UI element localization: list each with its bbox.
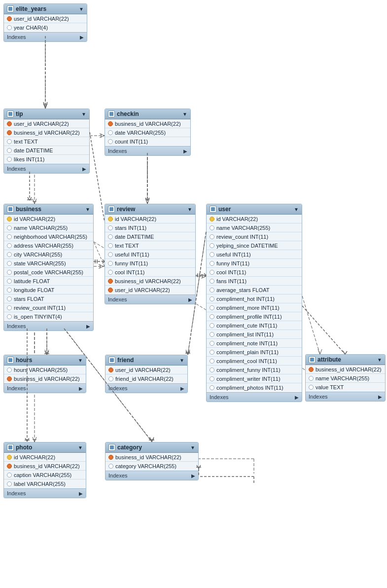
field-business-id[interactable]: id VARCHAR(22) bbox=[4, 215, 93, 223]
table-expand-friend[interactable]: ▼ bbox=[179, 358, 184, 363]
field-business-postal_code[interactable]: postal_code VARCHAR(255) bbox=[4, 268, 93, 277]
table-header-checkin[interactable]: checkin ▼ bbox=[105, 109, 190, 119]
field-user-compliment_more[interactable]: compliment_more INT(11) bbox=[207, 303, 302, 312]
field-user-compliment_cute[interactable]: compliment_cute INT(11) bbox=[207, 321, 302, 330]
field-user-compliment_note[interactable]: compliment_note INT(11) bbox=[207, 339, 302, 348]
indexes-elite-years[interactable]: Indexes ▶ bbox=[4, 32, 87, 41]
table-header-friend[interactable]: friend ▼ bbox=[106, 355, 187, 366]
field-user-compliment_cool[interactable]: compliment_cool INT(11) bbox=[207, 357, 302, 366]
field-elite-years-year[interactable]: year CHAR(4) bbox=[4, 23, 87, 32]
field-user-useful[interactable]: useful INT(11) bbox=[207, 250, 302, 259]
field-hours-business_id[interactable]: business_id VARCHAR(22) bbox=[4, 374, 86, 383]
indexes-chevron: ▶ bbox=[183, 148, 187, 154]
table-header-review[interactable]: review ▼ bbox=[105, 204, 195, 215]
field-review-funny[interactable]: funny INT(11) bbox=[105, 259, 195, 268]
field-business-state[interactable]: state VARCHAR(255) bbox=[4, 259, 93, 268]
field-user-yelping_since[interactable]: yelping_since DATETIME bbox=[207, 241, 302, 250]
field-review-useful[interactable]: useful INT(11) bbox=[105, 250, 195, 259]
field-user-compliment_plain[interactable]: compliment_plain INT(11) bbox=[207, 348, 302, 357]
indexes-checkin[interactable]: Indexes ▶ bbox=[105, 146, 190, 155]
field-user-compliment_photos[interactable]: compliment_photos INT(11) bbox=[207, 383, 302, 392]
indexes-review[interactable]: Indexes ▶ bbox=[105, 294, 195, 304]
indexes-photo[interactable]: Indexes ▶ bbox=[4, 488, 86, 498]
svg-line-51 bbox=[30, 197, 32, 200]
table-header-elite-years[interactable]: elite_years ▼ bbox=[4, 4, 87, 14]
field-photo-caption[interactable]: caption VARCHAR(255) bbox=[4, 471, 86, 479]
table-header-tip[interactable]: tip ▼ bbox=[4, 109, 89, 119]
field-business-city[interactable]: city VARCHAR(255) bbox=[4, 250, 93, 259]
field-user-compliment_profile[interactable]: compliment_profile INT(11) bbox=[207, 312, 302, 321]
field-business-neighborhood[interactable]: neighborhood VARCHAR(255) bbox=[4, 232, 93, 241]
field-attribute-business_id[interactable]: business_id VARCHAR(22) bbox=[306, 365, 385, 374]
table-header-attribute[interactable]: attribute ▼ bbox=[306, 355, 385, 365]
field-text: user_id VARCHAR(22) bbox=[115, 287, 170, 293]
field-category-business_id[interactable]: business_id VARCHAR(22) bbox=[106, 453, 198, 462]
field-hours-hours[interactable]: hours VARCHAR(255) bbox=[4, 366, 86, 374]
table-header-business[interactable]: business ▼ bbox=[4, 204, 93, 215]
field-user-compliment_writer[interactable]: compliment_writer INT(11) bbox=[207, 374, 302, 383]
field-review-id[interactable]: id VARCHAR(22) bbox=[105, 215, 195, 223]
field-review-stars[interactable]: stars INT(11) bbox=[105, 223, 195, 232]
indexes-user[interactable]: Indexes ▶ bbox=[207, 392, 302, 402]
indexes-business[interactable]: Indexes ▶ bbox=[4, 321, 93, 331]
field-friend-user_id[interactable]: user_id VARCHAR(22) bbox=[106, 366, 187, 374]
field-photo-id[interactable]: id VARCHAR(22) bbox=[4, 453, 86, 462]
table-expand-checkin[interactable]: ▼ bbox=[182, 111, 187, 117]
field-review-text[interactable]: text TEXT bbox=[105, 241, 195, 250]
table-header-hours[interactable]: hours ▼ bbox=[4, 355, 86, 366]
table-expand-photo[interactable]: ▼ bbox=[78, 445, 83, 450]
field-user-compliment_hot[interactable]: compliment_hot INT(11) bbox=[207, 294, 302, 303]
field-elite-years-user_id[interactable]: user_id VARCHAR(22) bbox=[4, 14, 87, 23]
table-header-user[interactable]: user ▼ bbox=[207, 204, 302, 215]
field-tip-business_id[interactable]: business_id VARCHAR(22) bbox=[4, 128, 89, 137]
field-business-longitude[interactable]: longitude FLOAT bbox=[4, 286, 93, 294]
field-checkin-date[interactable]: date VARCHAR(255) bbox=[105, 128, 190, 137]
field-business-latitude[interactable]: latitude FLOAT bbox=[4, 277, 93, 286]
table-expand-attribute[interactable]: ▼ bbox=[377, 357, 382, 363]
field-user-review_count[interactable]: review_count INT(11) bbox=[207, 232, 302, 241]
field-business-review_count[interactable]: review_count INT(11) bbox=[4, 303, 93, 312]
field-user-cool[interactable]: cool INT(11) bbox=[207, 268, 302, 277]
field-review-date[interactable]: date DATETIME bbox=[105, 232, 195, 241]
field-friend-friend_id[interactable]: friend_id VARCHAR(22) bbox=[106, 374, 187, 383]
field-tip-date[interactable]: date DATETIME bbox=[4, 146, 89, 155]
field-tip-likes[interactable]: likes INT(11) bbox=[4, 155, 89, 164]
field-user-fans[interactable]: fans INT(11) bbox=[207, 277, 302, 286]
table-expand-hours[interactable]: ▼ bbox=[78, 358, 83, 363]
table-expand-elite-years[interactable]: ▼ bbox=[79, 6, 84, 12]
field-business-address[interactable]: address VARCHAR(255) bbox=[4, 241, 93, 250]
indexes-friend[interactable]: Indexes ▶ bbox=[106, 383, 187, 393]
table-expand-tip[interactable]: ▼ bbox=[81, 111, 86, 117]
field-category-category[interactable]: category VARCHAR(255) bbox=[106, 462, 198, 471]
field-business-name[interactable]: name VARCHAR(255) bbox=[4, 223, 93, 232]
field-business-is_open[interactable]: is_open TINYINT(4) bbox=[4, 312, 93, 321]
field-review-cool[interactable]: cool INT(11) bbox=[105, 268, 195, 277]
table-expand-review[interactable]: ▼ bbox=[187, 207, 192, 212]
field-user-id[interactable]: id VARCHAR(22) bbox=[207, 215, 302, 223]
field-photo-label[interactable]: label VARCHAR(255) bbox=[4, 479, 86, 488]
field-user-funny[interactable]: funny INT(11) bbox=[207, 259, 302, 268]
field-user-name[interactable]: name VARCHAR(255) bbox=[207, 223, 302, 232]
indexes-attribute[interactable]: Indexes ▶ bbox=[306, 392, 385, 401]
table-header-category[interactable]: category ▼ bbox=[106, 442, 198, 453]
table-expand-business[interactable]: ▼ bbox=[85, 207, 90, 212]
table-expand-category[interactable]: ▼ bbox=[190, 445, 195, 450]
field-checkin-count[interactable]: count INT(11) bbox=[105, 137, 190, 146]
field-review-business_id[interactable]: business_id VARCHAR(22) bbox=[105, 277, 195, 286]
field-attribute-name[interactable]: name VARCHAR(255) bbox=[306, 374, 385, 383]
indexes-tip[interactable]: Indexes ▶ bbox=[4, 164, 89, 173]
field-user-compliment_funny[interactable]: compliment_funny INT(11) bbox=[207, 366, 302, 374]
field-business-stars[interactable]: stars FLOAT bbox=[4, 294, 93, 303]
field-user-compliment_list[interactable]: compliment_list INT(11) bbox=[207, 330, 302, 339]
field-tip-text[interactable]: text TEXT bbox=[4, 137, 89, 146]
field-tip-user_id[interactable]: user_id VARCHAR(22) bbox=[4, 119, 89, 128]
field-attribute-value[interactable]: value TEXT bbox=[306, 383, 385, 392]
field-review-user_id[interactable]: user_id VARCHAR(22) bbox=[105, 286, 195, 294]
table-header-photo[interactable]: photo ▼ bbox=[4, 442, 86, 453]
indexes-hours[interactable]: Indexes ▶ bbox=[4, 383, 86, 393]
field-user-average_stars[interactable]: average_stars FLOAT bbox=[207, 286, 302, 294]
table-expand-user[interactable]: ▼ bbox=[294, 207, 299, 212]
indexes-category[interactable]: Indexes ▶ bbox=[106, 471, 198, 480]
field-photo-business_id[interactable]: business_id VARCHAR(22) bbox=[4, 462, 86, 471]
field-checkin-business_id[interactable]: business_id VARCHAR(22) bbox=[105, 119, 190, 128]
